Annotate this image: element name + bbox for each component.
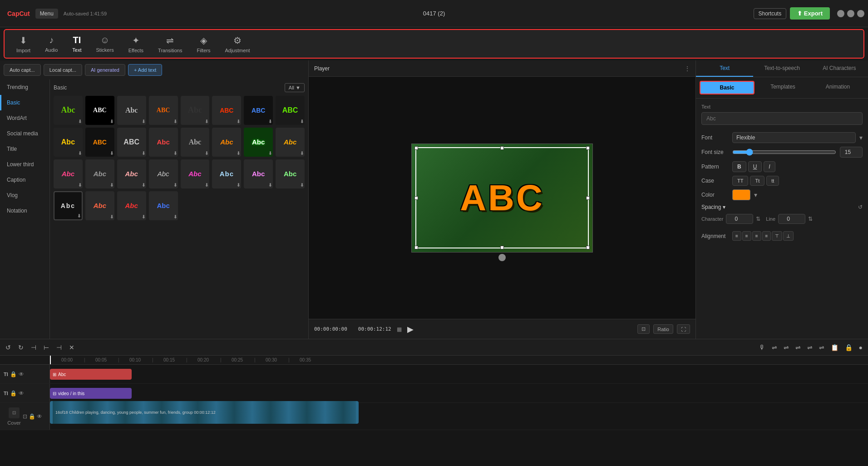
track-clip-abc[interactable]: ⊞ Abc: [50, 369, 132, 380]
color-swatch[interactable]: [732, 189, 750, 200]
playhead[interactable]: [50, 356, 51, 364]
text-style-1[interactable]: Abc ⬇: [54, 96, 83, 125]
text-style-19[interactable]: Abc ⬇: [117, 159, 146, 188]
handle-top-center[interactable]: [500, 146, 504, 150]
toolbar-item-transitions[interactable]: ⇌ Transitions: [152, 32, 188, 56]
case-title-button[interactable]: tt: [766, 176, 779, 186]
text-style-22[interactable]: Abc ⬇: [212, 159, 241, 188]
tab-text-to-speech[interactable]: Text-to-speech: [753, 60, 810, 77]
toolbar-item-adjustment[interactable]: ⚙ Adjustment: [218, 32, 256, 56]
subtab-templates[interactable]: Templates: [756, 81, 809, 94]
undo-button[interactable]: ↺: [4, 342, 13, 353]
bold-button[interactable]: B: [732, 161, 746, 172]
character-spacing-stepper[interactable]: ⇅: [756, 216, 760, 222]
align-bottom-button[interactable]: ⊥: [783, 231, 794, 241]
text-style-24[interactable]: Abc ⬇: [276, 159, 305, 188]
transition-1-button[interactable]: ⇌: [770, 342, 779, 353]
nav-item-vlog[interactable]: Vlog: [0, 188, 49, 203]
underline-button[interactable]: U: [748, 161, 762, 172]
text-style-27[interactable]: Abc ⬇: [117, 191, 146, 220]
handle-top-left[interactable]: [414, 146, 418, 150]
handle-bottom-left[interactable]: [414, 246, 418, 249]
nav-item-caption[interactable]: Caption: [0, 172, 49, 188]
transition-4-button[interactable]: ⇌: [805, 342, 814, 353]
text-style-9[interactable]: Abc ⬇: [54, 128, 83, 157]
selection-box[interactable]: [415, 147, 589, 249]
text-style-16[interactable]: Abc ⬇: [276, 128, 305, 157]
text-style-14[interactable]: Abc ⬇: [212, 128, 241, 157]
rotate-handle[interactable]: [498, 254, 506, 261]
crop-button[interactable]: ⊡: [637, 324, 650, 334]
text-style-20[interactable]: Abc ⬇: [149, 159, 178, 188]
spacing-reset-icon[interactable]: ↺: [858, 204, 863, 210]
text-input-field[interactable]: [701, 112, 863, 125]
close-button[interactable]: [857, 10, 864, 17]
text-style-3[interactable]: Abc ⬇: [117, 96, 146, 125]
lock-button[interactable]: 🔒: [843, 342, 854, 353]
local-caption-button[interactable]: Local capt...: [44, 64, 82, 76]
clipboard-button[interactable]: 📋: [829, 342, 840, 353]
track-1-lock-icon[interactable]: 🔒: [10, 371, 17, 377]
video-track-icon-1[interactable]: ⊡: [23, 413, 27, 420]
color-expand-icon[interactable]: ▾: [754, 191, 757, 198]
microphone-button[interactable]: 🎙: [757, 342, 767, 353]
split-button[interactable]: ⊣: [29, 342, 38, 353]
handle-bottom-center[interactable]: [500, 246, 504, 249]
nav-item-title[interactable]: Title: [0, 141, 49, 157]
player-menu-icon[interactable]: ⋮: [685, 65, 690, 72]
font-size-slider[interactable]: [732, 149, 836, 156]
character-spacing-input[interactable]: [726, 214, 753, 224]
text-style-15[interactable]: Abc ⬇: [244, 128, 273, 157]
line-spacing-stepper[interactable]: ⇅: [808, 216, 813, 222]
handle-mid-left[interactable]: [414, 196, 418, 200]
text-style-12[interactable]: Abc ⬇: [149, 128, 178, 157]
nav-item-basic[interactable]: Basic: [0, 95, 49, 110]
font-select[interactable]: Flexible Arial Times New Roman: [732, 132, 856, 143]
menu-button[interactable]: Menu: [35, 9, 58, 19]
handle-bottom-right[interactable]: [586, 246, 590, 249]
track-2-lock-icon[interactable]: 🔒: [10, 390, 17, 397]
nav-item-lower-third[interactable]: Lower third: [0, 157, 49, 172]
toolbar-item-audio[interactable]: ♪ Audio: [39, 32, 64, 55]
minimize-button[interactable]: [837, 10, 844, 17]
ai-generated-button[interactable]: AI generated: [85, 64, 125, 76]
split-right-button[interactable]: ⊢: [42, 342, 51, 353]
subtab-animation[interactable]: Animation: [811, 81, 864, 94]
text-style-23[interactable]: Abc ⬇: [244, 159, 273, 188]
play-button[interactable]: ▶: [407, 324, 414, 334]
italic-button[interactable]: I: [764, 161, 775, 172]
transition-3-button[interactable]: ⇌: [794, 342, 803, 353]
auto-caption-button[interactable]: Auto capt...: [4, 64, 41, 76]
transition-5-button[interactable]: ⇌: [817, 342, 826, 353]
nav-item-social-media[interactable]: Social media: [0, 126, 49, 141]
text-style-13[interactable]: Abc ⬇: [181, 128, 210, 157]
track-clip-video[interactable]: 16of18 Children playing, dancing, young …: [50, 401, 359, 424]
nav-item-trending[interactable]: Trending: [0, 79, 49, 95]
track-1-eye-icon[interactable]: 👁: [19, 371, 24, 377]
text-style-18[interactable]: Abc ⬇: [85, 159, 114, 188]
align-center-button[interactable]: ≡: [742, 231, 751, 241]
font-size-input[interactable]: [840, 147, 863, 158]
text-style-11[interactable]: ABC ⬇: [117, 128, 146, 157]
delete-button[interactable]: ✕: [67, 342, 76, 353]
text-style-17[interactable]: Abc ⬇: [54, 159, 83, 188]
text-style-28[interactable]: Abc ⬇: [149, 191, 178, 220]
text-style-21[interactable]: Abc ⬇: [181, 159, 210, 188]
spacing-header[interactable]: Spacing ▾ ↺: [701, 204, 863, 210]
export-button[interactable]: ⬆ Export: [790, 7, 830, 20]
toolbar-item-text[interactable]: TI Text: [66, 32, 88, 55]
toolbar-item-effects[interactable]: ✦ Effects: [122, 32, 150, 56]
text-style-25[interactable]: Abc ⬇: [54, 191, 83, 220]
record-button[interactable]: ●: [857, 342, 864, 353]
video-track-lock-icon[interactable]: 🔒: [29, 413, 35, 420]
nav-item-wordart[interactable]: WordArt: [0, 110, 49, 126]
font-expand-icon[interactable]: ▾: [859, 134, 863, 141]
add-text-button[interactable]: + Add text: [128, 64, 162, 76]
text-style-2[interactable]: ABC ⬇: [85, 96, 114, 125]
handle-top-right[interactable]: [586, 146, 590, 150]
subtab-basic[interactable]: Basic: [700, 81, 755, 94]
handle-mid-right[interactable]: [586, 196, 590, 200]
text-style-26[interactable]: Abc ⬇: [85, 191, 114, 220]
track-clip-video-text[interactable]: ⊟ video / in this: [50, 388, 132, 399]
toolbar-item-stickers[interactable]: ☺ Stickers: [90, 32, 120, 55]
